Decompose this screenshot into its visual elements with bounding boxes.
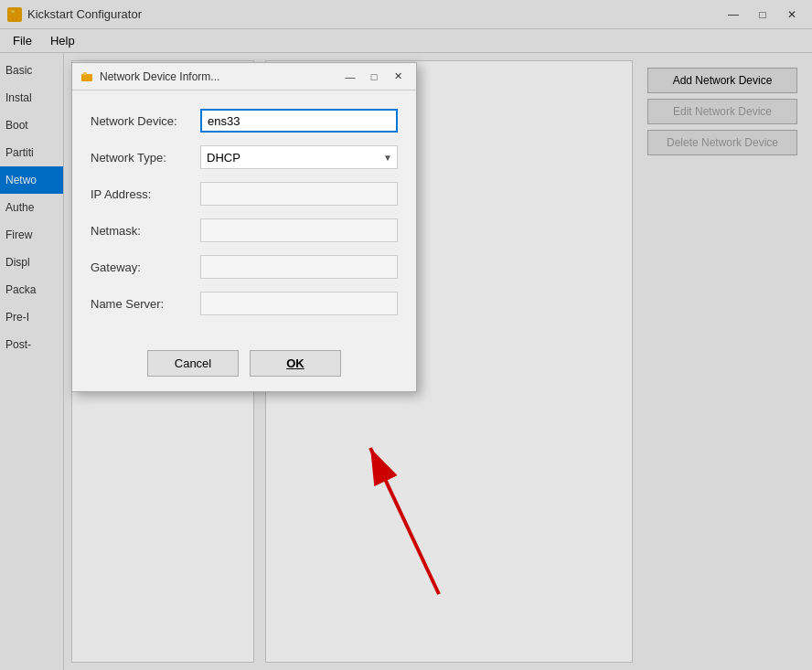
name-server-row: Name Server:: [91, 292, 398, 315]
name-server-label: Name Server:: [91, 297, 200, 311]
dialog-form: Network Device: Network Type: DHCP Stati…: [72, 90, 416, 343]
dialog-button-row: Cancel OK: [72, 343, 416, 391]
netmask-label: Netmask:: [91, 224, 200, 238]
network-device-label: Network Device:: [91, 114, 200, 128]
gateway-input[interactable]: [200, 255, 398, 279]
gateway-row: Gateway:: [91, 255, 398, 279]
dialog-minimize-button[interactable]: —: [339, 67, 361, 87]
ip-address-row: IP Address:: [91, 182, 398, 206]
network-device-row: Network Device:: [91, 109, 398, 133]
network-type-select-wrapper: DHCP Static PPPoE ▼: [200, 145, 398, 169]
netmask-input[interactable]: [200, 218, 398, 242]
dialog-controls: — □ ✕: [339, 67, 409, 87]
network-device-input[interactable]: [200, 109, 398, 133]
network-type-label: Network Type:: [91, 151, 200, 165]
gateway-label: Gateway:: [91, 261, 200, 274]
dialog-title-left: Network Device Inform...: [80, 69, 219, 84]
network-device-dialog: Network Device Inform... — □ ✕ Network D…: [71, 62, 417, 392]
network-type-row: Network Type: DHCP Static PPPoE ▼: [91, 145, 398, 169]
network-type-select[interactable]: DHCP Static PPPoE: [200, 145, 398, 169]
ip-address-input[interactable]: [200, 182, 398, 206]
cancel-button[interactable]: Cancel: [147, 350, 239, 377]
name-server-input[interactable]: [200, 292, 398, 315]
dialog-title-bar: Network Device Inform... — □ ✕: [72, 63, 416, 90]
dialog-close-button[interactable]: ✕: [387, 67, 409, 87]
ip-address-label: IP Address:: [91, 187, 200, 201]
netmask-row: Netmask:: [91, 218, 398, 242]
dialog-maximize-button[interactable]: □: [363, 67, 385, 87]
dialog-title-text: Network Device Inform...: [100, 70, 219, 83]
svg-rect-2: [81, 74, 92, 81]
svg-rect-3: [83, 72, 87, 75]
ok-button[interactable]: OK: [250, 350, 341, 377]
dialog-icon: [80, 69, 94, 84]
